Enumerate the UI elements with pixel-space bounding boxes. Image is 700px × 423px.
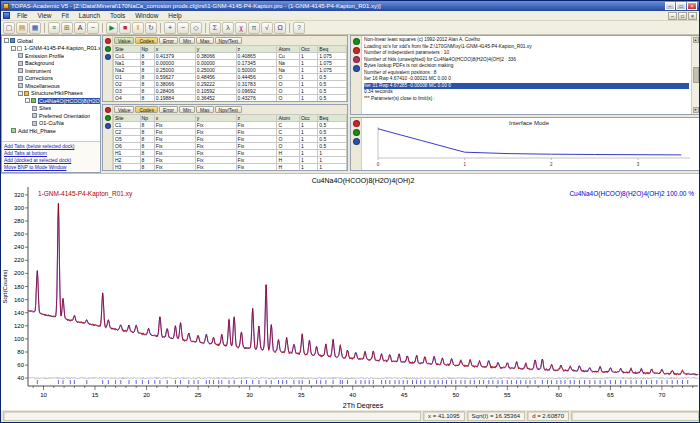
grid-cell[interactable]: O	[277, 81, 299, 88]
grid-cell[interactable]: 0.17345	[236, 60, 277, 67]
grid-cell[interactable]: 0.29222	[195, 81, 236, 88]
delete-row-icon[interactable]	[105, 46, 111, 52]
add-row-icon[interactable]	[105, 38, 111, 44]
grid-cell[interactable]: 8	[140, 74, 154, 81]
grid-cell[interactable]: Fix	[195, 143, 236, 150]
grid-cell[interactable]: Fix	[154, 150, 195, 157]
grid-cell[interactable]: Fix	[236, 164, 277, 171]
tree-item-emission-profile[interactable]: Emission Profile	[3, 52, 100, 60]
tree-item-miscellaneous[interactable]: Miscellaneous	[3, 82, 100, 90]
tree-item-add-hkl-phase[interactable]: Add Hkl_Phase	[3, 127, 100, 135]
menu-item-file[interactable]: File	[12, 12, 32, 19]
grid-cell[interactable]: 1	[299, 164, 317, 171]
grid-cell[interactable]: 0.25000	[195, 67, 236, 74]
grid-tab-error[interactable]: Error	[159, 37, 178, 44]
diffraction-plot[interactable]: Cu4Na4O(HCOO)8(H2O)4(OH)21-GNM-4145-P4-K…	[1, 174, 700, 412]
mdi-document-icon[interactable]	[3, 12, 10, 19]
tree-item-global[interactable]: -Global	[3, 37, 100, 45]
grid-tab-npv-text[interactable]: Npv/Text	[215, 37, 242, 44]
grid-tab-codes[interactable]: Codes	[135, 106, 157, 113]
grid-cell[interactable]: 8	[140, 60, 154, 67]
grid-cell[interactable]: O3	[114, 88, 141, 95]
grid-cell[interactable]: Fix	[195, 136, 236, 143]
grid-cell[interactable]: 0.09692	[236, 88, 277, 95]
menu-item-launch[interactable]: Launch	[74, 12, 105, 19]
grid-cell[interactable]: O2	[114, 81, 141, 88]
grid-cell[interactable]: Na	[277, 67, 299, 74]
grid-cell[interactable]: 1	[299, 129, 317, 136]
scroll-thumb[interactable]	[693, 67, 699, 83]
grid-cell[interactable]: 0.10592	[195, 88, 236, 95]
plot-view-icon[interactable]: ~	[87, 22, 99, 34]
grid-cell[interactable]: 1	[318, 164, 347, 171]
pause-icon[interactable]: ‖	[132, 22, 144, 34]
grid-cell[interactable]: O5	[114, 136, 141, 143]
parameter-tree[interactable]: -Global-1-GNM-4145-P4-Kapton_R01.xyEmiss…	[2, 36, 100, 141]
tree-item-structure-hkl-phases[interactable]: -Structure/Hkl/Phases	[3, 90, 100, 98]
grid-cell[interactable]: Fix	[154, 157, 195, 164]
scroll-down-icon[interactable]: ▼	[693, 107, 699, 113]
grid-cell[interactable]: O6	[114, 143, 141, 150]
run-refinement-icon[interactable]: ▶	[106, 22, 118, 34]
grid-cell[interactable]: Fix	[154, 129, 195, 136]
omega-icon[interactable]: Ω	[274, 22, 286, 34]
grid-cell[interactable]: H	[277, 150, 299, 157]
grid-cell[interactable]: 0.59627	[154, 74, 195, 81]
grid-cell[interactable]: Fix	[154, 136, 195, 143]
options-icon[interactable]	[353, 138, 360, 145]
grid-cell[interactable]: 8	[140, 136, 154, 143]
grid-cell[interactable]: 8	[140, 143, 154, 150]
menu-item-view[interactable]: View	[32, 12, 56, 19]
tree-item-corrections[interactable]: Corrections	[3, 75, 100, 83]
grid-tab-min[interactable]: Min	[179, 37, 195, 44]
grid-cell[interactable]: 1	[299, 122, 317, 129]
grid-cell[interactable]: Fix	[195, 157, 236, 164]
grid-cell[interactable]: Fix	[236, 143, 277, 150]
grid-cell[interactable]: Fix	[236, 157, 277, 164]
grid-cell[interactable]: H	[277, 164, 299, 171]
grid-cell[interactable]: 0.5	[318, 122, 347, 129]
grid-cell[interactable]: 0.19884	[154, 95, 195, 102]
grid-cell[interactable]: Fix	[195, 129, 236, 136]
run-icon[interactable]	[353, 38, 360, 45]
grid-cell[interactable]: 0.00000	[154, 60, 195, 67]
console-scrollbar[interactable]: ▲ ▼	[691, 36, 699, 114]
grid-cell[interactable]: 0.38066	[195, 53, 236, 60]
grid-cell[interactable]: 8	[140, 67, 154, 74]
tree-link-add-tabs-at-bottom[interactable]: Add Tabs at bottom	[4, 150, 98, 157]
grid-cell[interactable]: 1.075	[318, 67, 347, 74]
tree-item-o1-cu-na[interactable]: O1-Cu/Na	[3, 120, 100, 128]
grid-cell[interactable]: O	[277, 88, 299, 95]
grid-tab-error[interactable]: Error	[159, 106, 178, 113]
grid-cell[interactable]: H2	[114, 157, 141, 164]
tree-item-preferred-orientation[interactable]: Preferred Orientation	[3, 112, 100, 120]
tree-expand-icon[interactable]: -	[4, 38, 9, 43]
grid-cell[interactable]: 1	[299, 67, 317, 74]
grid-cell[interactable]: 0.43276	[236, 95, 277, 102]
grid-cell[interactable]: 8	[140, 122, 154, 129]
tree-item-background[interactable]: Background	[3, 60, 100, 68]
help-icon[interactable]: ?	[293, 22, 305, 34]
grid-cell[interactable]: Fix	[195, 122, 236, 129]
close-button[interactable]: ×	[687, 2, 697, 10]
grid-cell[interactable]: C1	[114, 122, 141, 129]
refinement-console[interactable]: Non-linear least squares (c) 1992-2012 A…	[362, 36, 691, 114]
mdi-minimize-button[interactable]: –	[668, 12, 677, 20]
stop-refinement-icon[interactable]: ■	[119, 22, 131, 34]
maximize-button[interactable]: □	[676, 2, 686, 10]
title-bar[interactable]: TOPAS-Academic V5 - [Z:\Data\Mineral\170…	[1, 1, 699, 11]
delete-row-icon[interactable]	[105, 115, 111, 121]
mdi-close-button[interactable]: ×	[688, 12, 697, 20]
zoom-fit-icon[interactable]: ◇	[190, 22, 202, 34]
grid-cell[interactable]: Fix	[195, 150, 236, 157]
grid-cell[interactable]: O	[277, 143, 299, 150]
grid-tab-min[interactable]: Min	[179, 106, 195, 113]
grid-cell[interactable]: C	[277, 129, 299, 136]
menu-item-fit[interactable]: Fit	[56, 12, 73, 19]
grid-tab-value[interactable]: Value	[114, 106, 134, 113]
open-file-icon[interactable]: ▤	[16, 22, 28, 34]
grid-cell[interactable]: O	[277, 95, 299, 102]
grid-cell[interactable]: 0.5	[318, 74, 347, 81]
grid-cell[interactable]: 0.40865	[236, 53, 277, 60]
tree-expand-icon[interactable]: -	[18, 91, 23, 96]
